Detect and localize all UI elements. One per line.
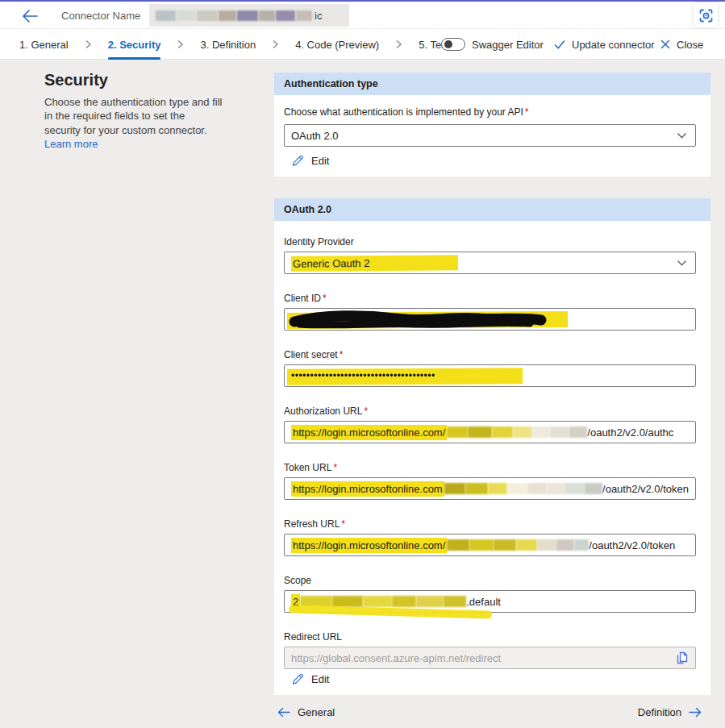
client-id-input[interactable]	[284, 308, 696, 331]
required-asterisk: *	[364, 406, 368, 417]
topbar: Connector Name ic	[0, 2, 725, 29]
auth-type-select-value: OAuth 2.0	[291, 130, 339, 142]
redaction-block	[177, 10, 196, 21]
chevron-right-icon	[395, 40, 402, 49]
swagger-editor-label: Swagger Editor	[472, 39, 544, 51]
scan-focus-icon[interactable]	[694, 3, 718, 27]
footer-next-label: Definition	[638, 706, 681, 718]
redaction-block	[532, 426, 550, 438]
required-asterisk: *	[525, 106, 529, 118]
auth-type-field-label: Choose what authentication is implemente…	[284, 106, 529, 118]
footer-prev-general[interactable]: General	[277, 706, 335, 718]
identity-provider-label: Identity Provider	[284, 236, 354, 248]
auth-type-edit-button[interactable]: Edit	[292, 155, 329, 167]
client-id-label: Client ID*	[284, 293, 327, 304]
redaction-block	[465, 483, 488, 494]
oauth-edit-button[interactable]: Edit	[292, 673, 329, 685]
back-arrow-icon[interactable]	[21, 8, 39, 24]
tab-code-preview-label: 4. Code (Preview)	[295, 39, 379, 51]
redaction-block	[547, 483, 565, 494]
redaction-block	[507, 483, 527, 494]
url-prefix: https://login.microsoftonline.com/	[291, 538, 447, 553]
redaction-block	[447, 539, 469, 551]
footer-prev-label: General	[298, 706, 335, 718]
copy-icon[interactable]	[675, 651, 690, 666]
redaction-block	[565, 483, 584, 494]
chevron-right-icon	[272, 40, 279, 49]
redaction-block	[513, 426, 532, 438]
redaction-block	[516, 539, 537, 551]
client-id-label-text: Client ID	[284, 293, 321, 304]
token-url-label: Token URL*	[284, 462, 337, 473]
wizard-tabs: 1. General 2. Security 3. Definition 4. …	[19, 29, 449, 60]
masked-secret-value: ••••••••••••••••••••••••••••••••••••••	[291, 370, 435, 381]
auth-type-field-label-text: Choose what authentication is implemente…	[284, 106, 523, 118]
redaction-block	[447, 426, 468, 438]
page-title: Security	[44, 71, 108, 89]
security-description: Choose the authentication type and fill …	[44, 95, 223, 151]
redaction-block	[550, 426, 569, 438]
refresh-url-label-text: Refresh URL	[284, 518, 340, 530]
footer-nav: General Definition	[274, 706, 702, 724]
identity-provider-select[interactable]: Generic Oauth 2	[284, 252, 696, 274]
swagger-editor-toggle[interactable]	[441, 38, 465, 51]
update-connector-label: Update connector	[572, 39, 655, 51]
auth-type-select[interactable]: OAuth 2.0	[284, 124, 696, 147]
refresh-url-input[interactable]: https://login.microsoftonline.com/ /oaut…	[284, 534, 696, 556]
tab-general[interactable]: 1. General	[19, 29, 69, 60]
redaction-block	[444, 483, 465, 494]
footer-next-definition[interactable]: Definition	[638, 706, 702, 718]
authorization-url-label-text: Authorization URL	[284, 406, 362, 417]
required-asterisk: *	[340, 349, 344, 360]
black-redaction-scribble	[286, 310, 554, 331]
chevron-down-icon	[677, 260, 687, 267]
url-suffix: /oauth2/v2.0/token	[589, 539, 675, 551]
custom-connector-security-page: Connector Name ic 1. General 2. Security	[0, 0, 725, 728]
close-button[interactable]: Close	[660, 29, 703, 60]
redaction-block	[259, 10, 275, 21]
redaction-block	[219, 10, 236, 21]
redirect-url-value: https://global.consent.azure-apim.net/re…	[291, 652, 501, 664]
authorization-url-input[interactable]: https://login.microsoftonline.com/ /oaut…	[284, 421, 696, 443]
client-secret-input[interactable]: ••••••••••••••••••••••••••••••••••••••	[284, 364, 696, 387]
tab-definition-label: 3. Definition	[200, 39, 256, 51]
tab-general-label: 1. General	[19, 39, 69, 51]
client-secret-label-text: Client secret	[284, 349, 338, 360]
tab-security-label: 2. Security	[108, 39, 161, 51]
redaction-block	[332, 596, 363, 607]
scope-suffix: .default	[466, 596, 501, 608]
oauth-card-body: Identity Provider Generic Oauth 2 Client…	[274, 221, 710, 695]
checkmark-icon	[554, 40, 565, 50]
required-asterisk: *	[323, 293, 327, 304]
url-prefix: https://login.microsoftonline.com	[291, 481, 444, 497]
close-icon	[660, 40, 670, 49]
chevron-down-icon	[677, 132, 687, 139]
update-connector-button[interactable]: Update connector	[554, 29, 655, 60]
connector-name-input[interactable]: ic	[149, 4, 349, 27]
token-url-input[interactable]: https://login.microsoftonline.com /oauth…	[284, 477, 696, 500]
client-secret-label: Client secret*	[284, 349, 343, 360]
redaction-block	[296, 10, 312, 21]
redaction-block	[237, 10, 258, 21]
tab-code-preview[interactable]: 4. Code (Preview)	[295, 29, 379, 60]
redaction-block	[276, 10, 295, 21]
connector-name-label: Connector Name	[61, 10, 140, 22]
authentication-type-header: Authentication type	[274, 73, 710, 95]
tab-definition[interactable]: 3. Definition	[200, 29, 256, 60]
redaction-block	[574, 539, 589, 551]
redaction-block	[488, 483, 507, 494]
redaction-block	[527, 483, 547, 494]
pencil-icon	[292, 673, 304, 685]
authorization-url-label: Authorization URL*	[284, 406, 368, 417]
connector-name-visible-text: ic	[315, 10, 322, 22]
tab-security[interactable]: 2. Security	[108, 29, 161, 60]
wizard-tabbar: 1. General 2. Security 3. Definition 4. …	[0, 29, 725, 60]
redirect-url-input: https://global.consent.azure-apim.net/re…	[284, 647, 696, 669]
redaction-block	[585, 483, 602, 494]
required-asterisk: *	[333, 462, 337, 473]
close-label: Close	[677, 39, 703, 51]
learn-more-link[interactable]: Learn more	[44, 138, 98, 150]
chevron-right-icon	[85, 40, 92, 49]
refresh-url-label: Refresh URL*	[284, 518, 345, 530]
required-asterisk: *	[341, 518, 345, 530]
